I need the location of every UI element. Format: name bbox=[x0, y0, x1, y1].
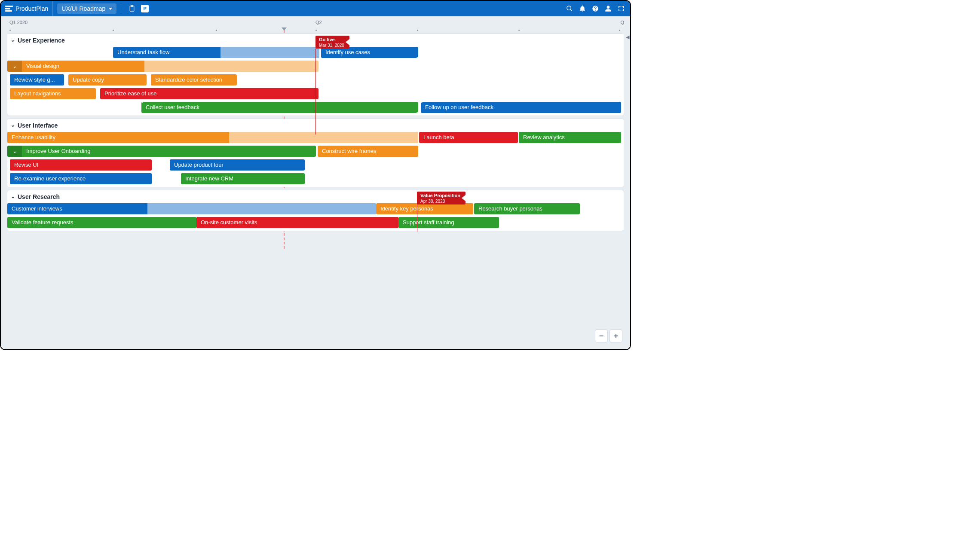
bar-label: Integrate new CRM bbox=[185, 175, 233, 182]
roadmap-canvas: ◀ Q1 2020 Q2 Q ⌄User ExperienceUnderstan… bbox=[1, 16, 630, 349]
chevron-down-icon: ⌄ bbox=[11, 122, 15, 128]
progress-overlay bbox=[147, 203, 376, 214]
zoom-in-button[interactable]: + bbox=[609, 329, 622, 342]
bar-label: Standardize color selection bbox=[155, 76, 222, 83]
roadmap-bar[interactable]: Re-examine user experience bbox=[10, 173, 152, 184]
roadmap-bar[interactable]: ⌄Improve User Onboarding bbox=[7, 146, 316, 157]
roadmap-bar[interactable]: ⌄Visual design bbox=[7, 61, 318, 72]
zoom-out-button[interactable]: − bbox=[595, 329, 608, 342]
lane-row: Re-examine user experienceIntegrate new … bbox=[7, 173, 624, 185]
chevron-down-icon[interactable]: ⌄ bbox=[7, 146, 22, 157]
clipboard-button[interactable] bbox=[126, 3, 138, 14]
expand-icon bbox=[618, 5, 625, 12]
roadmap-selector-label: UX/UI Roadmap bbox=[61, 5, 105, 12]
bar-label: Research buyer personas bbox=[478, 205, 542, 212]
search-button[interactable] bbox=[564, 3, 575, 14]
roadmap-bar[interactable]: Construct wire frames bbox=[318, 146, 418, 157]
roadmap-bar[interactable]: On-site customer visits bbox=[196, 217, 398, 228]
notifications-button[interactable] bbox=[577, 3, 588, 14]
lane-row: Validate feature requestsOn-site custome… bbox=[7, 217, 624, 229]
chevron-down-icon: ⌄ bbox=[11, 193, 15, 199]
bar-label: Visual design bbox=[26, 63, 59, 69]
bar-label: Collect user feedback bbox=[146, 104, 199, 110]
bar-label: Follow up on user feedback bbox=[425, 104, 493, 110]
roadmap-bar[interactable]: Enhance usability bbox=[7, 132, 418, 143]
lane-body: Enhance usabilityLaunch betaReview analy… bbox=[7, 132, 624, 185]
roadmap-bar[interactable]: Validate feature requests bbox=[7, 217, 196, 228]
milestone-title: Go live bbox=[319, 37, 344, 43]
axis-tick bbox=[9, 30, 11, 31]
bar-label: Enhance usability bbox=[12, 134, 55, 140]
lane-title: User Experience bbox=[18, 37, 65, 44]
roadmap-bar[interactable]: Research buyer personas bbox=[474, 203, 580, 214]
account-button[interactable] bbox=[603, 3, 614, 14]
axis-tick bbox=[417, 30, 418, 31]
roadmap-bar[interactable]: Standardize color selection bbox=[151, 74, 237, 85]
bar-label: Update product tour bbox=[174, 162, 224, 168]
roadmap-bar[interactable]: Revise UI bbox=[10, 159, 152, 171]
separator bbox=[121, 4, 121, 13]
roadmap-bar[interactable]: Understand task flow bbox=[113, 47, 319, 58]
roadmap-bar[interactable]: Integrate new CRM bbox=[181, 173, 305, 184]
link-dot-icon bbox=[416, 56, 418, 58]
roadmap-bar[interactable]: Launch beta bbox=[419, 132, 518, 143]
lane-header[interactable]: ⌄User Research bbox=[7, 190, 624, 203]
milestone-title: Value Proposition bbox=[420, 193, 460, 198]
zoom-controls: − + bbox=[595, 329, 622, 342]
milestone-value-prop[interactable]: Value Proposition Apr 30, 2020 bbox=[417, 192, 466, 204]
collapse-side-panel[interactable]: ◀ bbox=[626, 34, 629, 41]
help-button[interactable] bbox=[590, 3, 601, 14]
bar-label: Customer interviews bbox=[12, 205, 62, 212]
roadmap-bar[interactable]: Prioritize ease of use bbox=[100, 88, 318, 99]
milestone-go-live-line bbox=[315, 49, 316, 134]
roadmap-bar[interactable]: Update product tour bbox=[170, 159, 305, 171]
roadmap-bar[interactable]: Update copy bbox=[68, 74, 147, 85]
clipboard-icon bbox=[129, 5, 135, 12]
roadmap-bar[interactable]: Layout navigations bbox=[10, 88, 96, 99]
roadmap-bar[interactable]: Follow up on user feedback bbox=[421, 102, 621, 113]
lane-row: Customer interviewsIdentify key personas… bbox=[7, 203, 624, 215]
progress-overlay bbox=[229, 132, 418, 143]
brand[interactable]: ProductPlan bbox=[3, 1, 53, 16]
timeline-axis: Q1 2020 Q2 Q bbox=[7, 20, 624, 31]
milestone-go-live[interactable]: Go live Mar 31, 2020 bbox=[315, 36, 349, 49]
roadmap-selector[interactable]: UX/UI Roadmap bbox=[57, 3, 116, 14]
roadmap-bar[interactable]: Support staff training bbox=[398, 217, 499, 228]
chevron-down-icon: ⌄ bbox=[11, 37, 15, 43]
axis-tick bbox=[619, 30, 620, 31]
roadmap-bar[interactable]: Collect user feedback bbox=[141, 102, 418, 113]
axis-tick bbox=[216, 30, 217, 31]
bar-label: Validate feature requests bbox=[12, 219, 74, 226]
parking-button[interactable]: P bbox=[139, 3, 150, 14]
search-icon bbox=[566, 5, 573, 12]
roadmap-bar[interactable]: Review analytics bbox=[519, 132, 621, 143]
bar-label: Update copy bbox=[73, 76, 104, 83]
roadmap-bar[interactable]: Customer interviews bbox=[7, 203, 376, 214]
progress-overlay bbox=[144, 61, 318, 72]
bar-label: Identify key personas bbox=[380, 205, 433, 212]
user-icon bbox=[605, 5, 612, 12]
link-dot-icon bbox=[141, 102, 144, 104]
chevron-down-icon[interactable]: ⌄ bbox=[7, 61, 22, 72]
link-dot-icon bbox=[416, 111, 418, 113]
milestone-date: Apr 30, 2020 bbox=[420, 198, 460, 204]
top-navbar: ProductPlan UX/UI Roadmap P bbox=[1, 1, 630, 16]
bar-label: Review style g... bbox=[14, 76, 55, 83]
bar-label: On-site customer visits bbox=[201, 219, 257, 226]
axis-tick bbox=[113, 30, 114, 31]
fullscreen-button[interactable] bbox=[616, 3, 627, 14]
bar-label: Support staff training bbox=[403, 219, 454, 226]
quarter-label: Q1 2020 bbox=[9, 20, 28, 25]
bar-label: Re-examine user experience bbox=[14, 175, 86, 182]
lane-group: ⌄User ResearchCustomer interviewsIdentif… bbox=[7, 190, 624, 231]
roadmap-bar[interactable]: Identify key personas bbox=[376, 203, 473, 214]
bar-label: Identify use cases bbox=[325, 49, 370, 55]
bar-label: Layout navigations bbox=[14, 90, 61, 97]
bar-label: Understand task flow bbox=[117, 49, 169, 55]
help-icon bbox=[592, 5, 599, 12]
bar-label: Review analytics bbox=[523, 134, 565, 140]
roadmap-bar[interactable]: Review style g... bbox=[10, 74, 64, 85]
milestone-date: Mar 31, 2020 bbox=[319, 43, 344, 48]
brand-name: ProductPlan bbox=[15, 5, 48, 12]
productplan-logo-icon bbox=[5, 6, 13, 12]
